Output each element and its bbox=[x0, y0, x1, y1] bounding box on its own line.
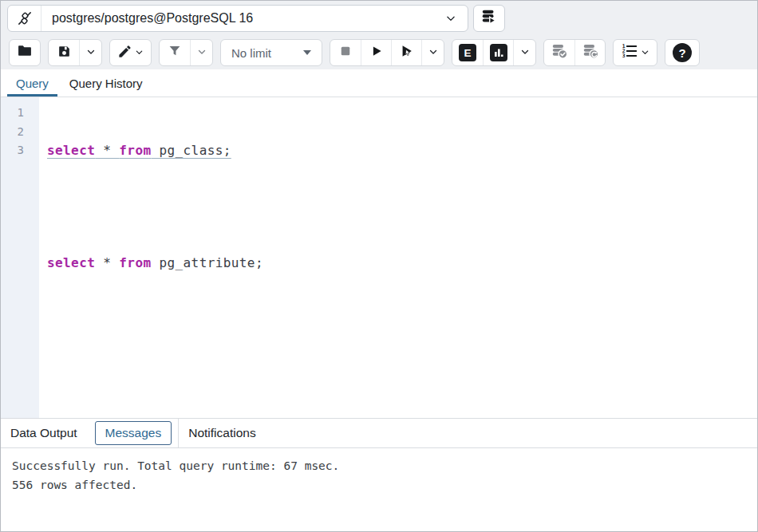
line-number: 2 bbox=[1, 123, 39, 142]
help-button[interactable]: ? bbox=[665, 40, 699, 65]
tab-notifications[interactable]: Notifications bbox=[179, 426, 265, 440]
commit-button[interactable] bbox=[544, 40, 574, 65]
help-icon: ? bbox=[673, 43, 692, 62]
chevron-down-icon bbox=[641, 45, 649, 60]
tab-query-history[interactable]: Query History bbox=[59, 69, 153, 97]
stop-icon bbox=[338, 44, 353, 61]
edit-menu-button[interactable] bbox=[110, 40, 151, 65]
explain-button[interactable]: E bbox=[452, 40, 483, 65]
query-toolbar: No limit bbox=[1, 36, 757, 69]
connection-value: postgres/postgres@PostgreSQL 16 bbox=[41, 6, 434, 31]
explain-analyze-icon bbox=[490, 44, 507, 61]
tab-data-output[interactable]: Data Output bbox=[10, 426, 87, 440]
open-file-button[interactable] bbox=[10, 40, 40, 65]
connection-plug-icon bbox=[8, 6, 41, 31]
macros-button[interactable]: 123 bbox=[614, 40, 657, 65]
line-number: 1 bbox=[1, 104, 39, 123]
new-connection-database-icon bbox=[480, 8, 498, 29]
row-limit-select[interactable]: No limit bbox=[220, 39, 322, 66]
open-file-icon bbox=[17, 43, 33, 62]
cancel-query-button[interactable] bbox=[330, 40, 361, 65]
tab-query-history-label: Query History bbox=[69, 77, 143, 90]
explain-analyze-button[interactable] bbox=[483, 40, 513, 65]
line-number-gutter: 1 2 3 bbox=[1, 97, 39, 418]
filter-options-button[interactable] bbox=[190, 40, 212, 65]
tab-notifications-label: Notifications bbox=[188, 426, 255, 439]
edit-icon bbox=[117, 44, 132, 62]
tab-messages[interactable]: Messages bbox=[95, 421, 172, 445]
output-tab-bar: Data Output Messages Notifications bbox=[1, 418, 757, 448]
execute-icon bbox=[369, 44, 384, 61]
code-line bbox=[47, 198, 757, 217]
code-area[interactable]: select * from pg_class; select * from pg… bbox=[39, 97, 757, 418]
filter-button[interactable] bbox=[160, 40, 190, 65]
tab-messages-label: Messages bbox=[105, 426, 162, 439]
chevron-down-icon bbox=[135, 45, 144, 60]
chevron-down-icon bbox=[197, 45, 207, 60]
chevron-down-icon bbox=[86, 45, 96, 60]
execute-button[interactable] bbox=[361, 40, 391, 65]
save-icon bbox=[57, 44, 72, 62]
chevron-down-icon bbox=[520, 45, 530, 60]
tab-data-output-label: Data Output bbox=[10, 426, 77, 439]
explain-icon: E bbox=[459, 44, 476, 61]
rollback-database-undo-icon bbox=[582, 42, 599, 63]
rollback-button[interactable] bbox=[574, 40, 605, 65]
commit-database-check-icon bbox=[551, 42, 568, 63]
tab-query-label: Query bbox=[16, 77, 49, 90]
caret-down-icon bbox=[303, 50, 311, 55]
code-line: select * from pg_class; bbox=[47, 141, 757, 160]
execute-options-button[interactable] bbox=[421, 40, 444, 65]
tab-query[interactable]: Query bbox=[6, 69, 59, 97]
filter-icon bbox=[168, 44, 182, 61]
execute-script-button[interactable] bbox=[391, 40, 421, 65]
code-line: select * from pg_attribute; bbox=[47, 254, 757, 273]
new-connection-button[interactable] bbox=[473, 5, 505, 32]
save-options-button[interactable] bbox=[79, 40, 101, 65]
explain-options-button[interactable] bbox=[513, 40, 535, 65]
line-number: 3 bbox=[1, 141, 39, 160]
sql-editor: 1 2 3 select * from pg_class; select * f… bbox=[1, 97, 757, 418]
messages-panel: Successfully run. Total query runtime: 6… bbox=[1, 448, 757, 531]
row-limit-value: No limit bbox=[231, 46, 271, 60]
connection-select[interactable]: postgres/postgres@PostgreSQL 16 bbox=[7, 5, 468, 32]
save-button[interactable] bbox=[49, 40, 79, 65]
editor-tab-bar: Query Query History bbox=[1, 69, 757, 97]
execute-script-icon bbox=[399, 43, 415, 62]
svg-text:3: 3 bbox=[622, 53, 626, 59]
macros-numbered-list-icon: 123 bbox=[621, 42, 638, 63]
chevron-down-icon bbox=[428, 45, 438, 60]
message-line: Successfully run. Total query runtime: 6… bbox=[12, 456, 746, 475]
message-line: 556 rows affected. bbox=[12, 475, 746, 495]
connection-chevron-down-icon[interactable] bbox=[434, 6, 468, 31]
connection-bar: postgres/postgres@PostgreSQL 16 bbox=[1, 1, 757, 36]
